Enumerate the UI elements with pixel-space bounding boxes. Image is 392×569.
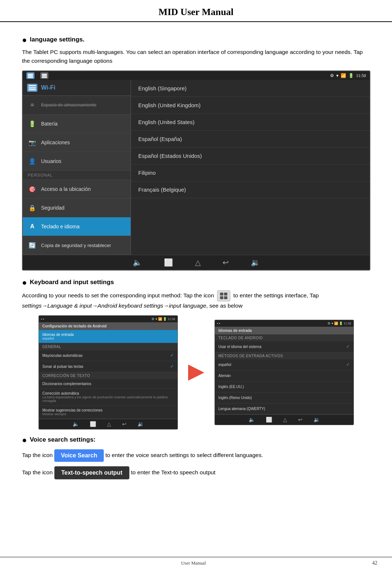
ingles-reino-item[interactable]: Inglés (Reino Unido) ✓ — [215, 392, 353, 403]
diccionarios-item[interactable]: Diccionarios complementarios — [39, 379, 177, 389]
lang-filipino[interactable]: Filipino — [131, 164, 370, 181]
sidebar-item-location[interactable]: 🎯 Acceso a la ubicación — [23, 180, 131, 199]
battery-icon: 🔋 — [348, 73, 354, 79]
wifi-header-icon — [27, 84, 37, 92]
sonar-item[interactable]: Sonar al pulsar las teclas ✓ — [39, 361, 177, 372]
ingles-eeuu-text: Inglés (EE.UU.) — [219, 385, 244, 389]
volume-up-nav-icon[interactable]: 🔉 — [251, 258, 260, 267]
language-settings-description: The Tablet PC supports multi-languages. … — [22, 48, 370, 65]
voice-tap-line-1: Tap the icon Voice Search to enter the v… — [22, 449, 370, 462]
location-icon: 🎯 — [28, 185, 37, 193]
back-nav-icon[interactable]: ↩ — [223, 258, 229, 267]
small-bottom-nav-right: 🔈 ⬜ △ ↩ 🔉 — [215, 414, 353, 425]
page-footer: User Manual 42 — [0, 557, 392, 569]
small-home-icon-r[interactable]: △ — [283, 417, 287, 423]
small-screen-body-right: Idiomas de entrada TECLADO DE ANDROID Us… — [215, 327, 353, 414]
users-label: Usuarios — [41, 158, 61, 164]
correccion-label: CORRECCIÓN DE TEXTO — [39, 372, 177, 379]
lang-espanol-espana[interactable]: Español (España) — [131, 131, 370, 148]
small-bottom-nav-left: 🔈 ⬜ △ ↩ 🔉 — [39, 419, 177, 429]
small-vol-icon[interactable]: 🔈 — [73, 421, 79, 427]
sidebar-item-users[interactable]: 👤 Usuarios — [23, 152, 131, 171]
language-settings-screenshot: ⚙ ▾ 📶 🔋 11:50 Wi-Fi ≡ Espacio de — [22, 70, 370, 271]
correccion-auto-text: Corrección automática — [43, 391, 174, 395]
keyboard-screenshots-row: ▪ ▪ ⚙ ▾ 📶 🔋 11:50 Configuración de tecla… — [22, 315, 370, 430]
android-keyboard-settings-screenshot: ▪ ▪ ⚙ ▾ 📶 🔋 11:50 Configuración de tecla… — [39, 315, 178, 430]
usar-idioma-item[interactable]: Usar el idioma del sistema ✓ — [215, 341, 353, 352]
ingles-reino-check: ✓ — [346, 395, 350, 401]
battery-sidebar-icon: 🔋 — [28, 119, 37, 128]
small-home-icon[interactable]: △ — [107, 421, 111, 427]
mayusculas-check: ✓ — [170, 353, 174, 358]
sidebar-item-security[interactable]: 🔒 Seguridad — [23, 199, 131, 217]
grid-icon — [220, 293, 227, 299]
lengua-alemana-item[interactable]: Lengua alemana (QWERTY) ✓ — [215, 403, 353, 414]
input-languages-screenshot: ▪ ▪ ⚙ ▾ 📶 🔋 11:50 Idiomas de entrada TEC… — [215, 320, 354, 425]
right-arrow-icon — [188, 365, 204, 381]
sidebar-item-apps[interactable]: 📷 Aplicaciones — [23, 133, 131, 152]
small-recent-icon[interactable]: ⬜ — [90, 421, 96, 427]
settings-path: settings→Language & input→Android keyboa… — [22, 302, 206, 309]
aleman-item[interactable]: Alemán ✓ — [215, 370, 353, 381]
sidebar-header: Wi-Fi — [23, 80, 131, 96]
tts-button[interactable]: Text-to-speech output — [54, 466, 129, 479]
correccion-auto-item[interactable]: Corrección automática La barra espaciado… — [39, 389, 177, 406]
idiomas-entrada-item[interactable]: Idiomas de entrada español — [39, 330, 177, 343]
small-app-icons: ▪ ▪ — [41, 317, 44, 321]
small-back-icon[interactable]: ↩ — [122, 421, 127, 427]
lengua-alemana-check: ✓ — [346, 406, 350, 412]
sonar-check: ✓ — [170, 364, 174, 369]
keyboard-icon: A — [28, 222, 37, 231]
lang-english-uk[interactable]: English (United Kingdom) — [131, 97, 370, 114]
storage-icon: ≡ — [28, 101, 37, 109]
personal-section-label: PERSONAL — [23, 171, 131, 180]
small-back-icon-r[interactable]: ↩ — [298, 417, 303, 423]
lang-english-us[interactable]: English (United States) — [131, 114, 370, 131]
voice-tap-post: to enter the voice search settings to se… — [106, 452, 263, 458]
sugerencias-text: Mostrar sugerencias de correcciones — [43, 408, 103, 412]
settings-layout: Wi-Fi ≡ Espacio de almacenamiento 🔋 Bate… — [23, 80, 370, 255]
ingles-reino-text: Inglés (Reino Unido) — [219, 396, 252, 400]
diccionarios-text: Diccionarios complementarios — [43, 382, 91, 386]
usar-idioma-text: Usar el idioma del sistema — [219, 345, 261, 349]
lang-english-singapore[interactable]: English (Singapore) — [131, 80, 370, 97]
volume-nav-icon[interactable]: 🔈 — [133, 258, 142, 267]
sidebar-item-storage[interactable]: ≡ Espacio de almacenamiento — [23, 96, 131, 115]
small-status-bar-right: ▪ ▪ ⚙ ▾ 📶 🔋 11:50 — [215, 320, 353, 327]
ingles-eeuu-item[interactable]: Inglés (EE.UU.) ✓ — [215, 381, 353, 392]
mayusculas-text: Mayúsculas automáticas — [43, 354, 83, 358]
lang-francais-belgique[interactable]: Français (Belgique) — [131, 181, 370, 198]
idiomas-entrada-title: Idiomas de entrada — [215, 327, 353, 334]
battery-label: Batería — [41, 121, 58, 127]
correccion-auto-sub: La barra espaciadora y los signos de pun… — [43, 395, 174, 403]
small-recent-icon-r[interactable]: ⬜ — [266, 417, 272, 423]
small-status-bar-left: ▪ ▪ ⚙ ▾ 📶 🔋 11:50 — [39, 316, 177, 322]
users-icon: 👤 — [28, 157, 37, 166]
sidebar-item-battery[interactable]: 🔋 Batería — [23, 115, 131, 133]
language-settings-title: language settings. — [30, 36, 84, 43]
mayusculas-item[interactable]: Mayúsculas automáticas ✓ — [39, 350, 177, 361]
small-vup-icon-r[interactable]: 🔉 — [314, 417, 320, 423]
espanol-check: ✓ — [346, 362, 350, 367]
small-vol-icon-r[interactable]: 🔈 — [249, 417, 255, 423]
aleman-text: Alemán — [219, 374, 231, 378]
keyboard-settings-title: Keyboard and input settings — [30, 279, 114, 286]
keyboard-settings-description: According to your needs to set the corre… — [22, 290, 370, 310]
home-nav-icon[interactable]: △ — [195, 258, 201, 267]
voice-search-button[interactable]: Voice Search — [54, 449, 104, 462]
usar-idioma-check: ✓ — [346, 344, 350, 349]
small-vup-icon[interactable]: 🔉 — [138, 421, 144, 427]
storage-label: Espacio de almacenamiento — [41, 102, 96, 108]
tts-tap-pre: Tap the icon — [22, 469, 53, 475]
recent-nav-icon[interactable]: ⬜ — [164, 258, 173, 267]
teclado-android-label: TECLADO DE ANDROID — [215, 334, 353, 341]
sugerencias-item[interactable]: Mostrar sugerencias de correcciones Most… — [39, 406, 177, 419]
sonar-text: Sonar al pulsar las teclas — [43, 365, 84, 369]
aleman-check: ✓ — [346, 373, 350, 378]
sidebar-item-keyboard[interactable]: A Teclado e idioma — [23, 217, 131, 236]
voice-tap-line-2: Tap the icon Text-to-speech output to en… — [22, 466, 370, 479]
lang-espanol-us[interactable]: Español (Estados Unidos) — [131, 148, 370, 164]
sidebar-item-backup[interactable]: 🔄 Copia de seguridad y restablecer — [23, 236, 131, 255]
espanol-item[interactable]: español ✓ — [215, 359, 353, 370]
apps-icon: 📷 — [28, 138, 37, 147]
